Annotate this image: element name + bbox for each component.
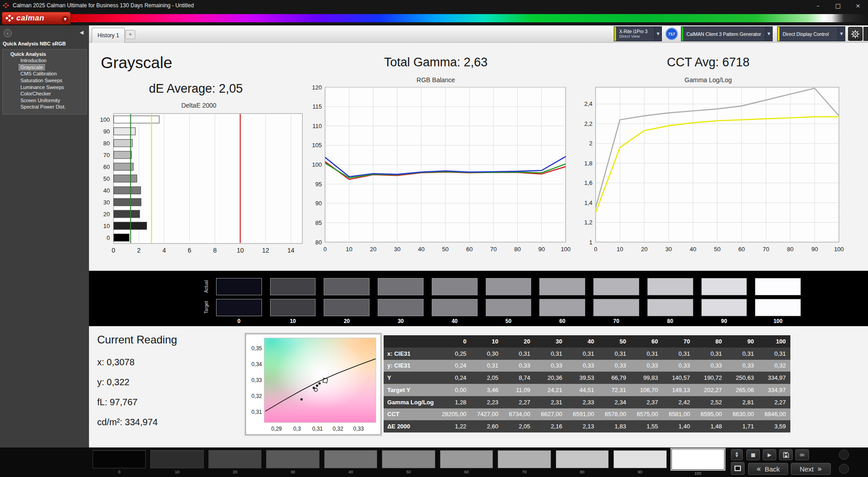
gray-patch-button-10[interactable] <box>150 450 203 468</box>
target-swatch <box>701 299 747 316</box>
patch-label: 90 <box>613 470 666 474</box>
add-tab-button[interactable]: + <box>125 30 135 39</box>
close-icon[interactable]: × <box>848 0 868 11</box>
table-value-cell: 6630,00 <box>726 408 758 421</box>
table-value-cell: 2,34 <box>599 396 631 408</box>
maximize-icon[interactable]: □ <box>828 0 848 11</box>
table-value-cell: 0,31 <box>503 348 535 360</box>
svg-text:60: 60 <box>738 246 745 253</box>
logo-menu-caret-icon[interactable]: ▼ <box>62 16 69 23</box>
save-icon <box>783 452 789 458</box>
brand-bar: calman ▼ <box>0 11 868 25</box>
meter-dropdown[interactable]: X-Rite i1Pro 3 Direct View ▼ <box>614 26 662 41</box>
reading-cdm2: cd/m²: 334,974 <box>97 417 177 427</box>
target-swatch <box>270 299 316 316</box>
sidebar-item-cms-calibration[interactable]: CMS Calibration <box>3 70 86 77</box>
gray-patch-button-50[interactable] <box>382 450 435 468</box>
gray-patch-button-100[interactable] <box>671 449 725 470</box>
sidebar-item-grayscale[interactable]: Grayscale <box>3 64 86 71</box>
gray-patch-button-30[interactable] <box>266 450 319 468</box>
patch-label: 40 <box>324 470 377 474</box>
table-value-cell: 0,32 <box>759 360 790 372</box>
deltae-chart-title: DeltaE 2000 <box>90 102 308 109</box>
minimize-icon[interactable]: – <box>808 0 828 11</box>
save-button[interactable] <box>779 449 793 460</box>
svg-text:80: 80 <box>316 239 322 246</box>
back-button[interactable]: « Back <box>748 463 788 475</box>
reading-x: x: 0,3078 <box>97 357 177 368</box>
gray-patch-button-80[interactable] <box>556 450 609 468</box>
current-reading-title: Current Reading <box>97 333 177 346</box>
settings-button[interactable] <box>848 27 863 41</box>
svg-text:30: 30 <box>394 246 400 253</box>
rgb-balance-chart-title: RGB Balance <box>300 76 572 84</box>
svg-text:90: 90 <box>538 246 545 253</box>
table-value-cell: 2,52 <box>695 396 726 408</box>
table-value-cell: 44,51 <box>567 384 598 396</box>
sidebar: ‹ ◀ Quick Analysis NBC sRGB Quick Analys… <box>0 25 89 447</box>
sidebar-item-screen-uniformity[interactable]: Screen Uniformity <box>3 97 86 104</box>
gray-patch-button-90[interactable] <box>613 450 666 468</box>
table-value-cell: 149,13 <box>663 384 695 396</box>
collapse-arrow-icon[interactable]: ◀ <box>80 30 84 35</box>
spinner-button[interactable]: ▲ ▼ <box>731 449 743 460</box>
calman-logo-button[interactable]: calman ▼ <box>2 12 71 25</box>
svg-text:0,29: 0,29 <box>271 426 282 432</box>
measurement-table: 0102030405060708090100x: CIE310,250,300,… <box>384 335 790 432</box>
sidebar-item-introduction[interactable]: Introduction <box>3 57 86 64</box>
gray-patch-button-70[interactable] <box>498 450 551 468</box>
gray-patch-button-20[interactable] <box>208 450 261 468</box>
svg-text:0: 0 <box>594 246 597 253</box>
pattern-window-button[interactable] <box>731 462 745 475</box>
target-swatch <box>647 299 693 316</box>
stop-button[interactable]: ■ <box>746 449 760 460</box>
table-value-cell: 0,30 <box>471 348 503 360</box>
svg-text:30: 30 <box>666 246 672 253</box>
svg-text:40: 40 <box>690 246 696 253</box>
sidebar-root-quick-analysis[interactable]: Quick Analysis <box>3 51 86 57</box>
rgb-balance-line-chart: 0102030405060708090100808590951001051101… <box>300 84 572 258</box>
meter-count-badge: 717 <box>666 28 678 40</box>
toolbar-edge-button[interactable] <box>863 27 868 41</box>
workflow-title: Quick Analysis NBC sRGB <box>3 41 66 46</box>
swatch-level-label: 90 <box>701 318 747 324</box>
next-label: Next <box>799 465 814 473</box>
next-chevron-icon: » <box>817 464 822 473</box>
swatch-level-label: 60 <box>539 318 585 324</box>
table-value-cell: 2,31 <box>535 396 567 408</box>
tab-history-1[interactable]: History 1 <box>92 28 125 43</box>
sidebar-item-spectral-power-dist-[interactable]: Spectral Power Dist. <box>3 104 86 110</box>
sidebar-item-colorchecker[interactable]: ColorChecker <box>3 90 86 97</box>
svg-text:100: 100 <box>834 246 844 253</box>
svg-text:80: 80 <box>104 140 110 147</box>
svg-text:40: 40 <box>418 246 424 253</box>
current-reading-panel: Current Reading x: 0,3078 y: 0,322 fL: 9… <box>97 333 177 437</box>
gray-patch-button-0[interactable] <box>93 450 146 468</box>
table-value-cell: 190,72 <box>695 372 726 384</box>
sidebar-item-saturation-sweeps[interactable]: Saturation Sweeps <box>3 77 86 84</box>
gray-patch-button-40[interactable] <box>324 450 377 468</box>
pattern-generator-dropdown[interactable]: CalMAN Client 3 Pattern Generator ▼ <box>681 26 773 41</box>
table-value-cell: 2,60 <box>471 420 503 432</box>
bottom-pattern-bar: 0102030405060708090100 ▲ ▼ ■ ▶ ∞ « Back … <box>0 447 868 477</box>
workflow-tree: Quick AnalysisIntroductionGrayscaleCMS C… <box>2 49 87 114</box>
gray-patch-button-60[interactable] <box>440 450 493 468</box>
loop-button[interactable]: ∞ <box>795 449 809 460</box>
sidebar-item-luminance-sweeps[interactable]: Luminance Sweeps <box>3 84 86 90</box>
pattern-patch-column: 70 <box>498 450 551 476</box>
table-value-cell: 250,63 <box>726 372 758 384</box>
actual-swatch <box>216 278 262 295</box>
back-chevron-icon: « <box>756 464 761 473</box>
table-value-cell: 11,09 <box>503 384 535 396</box>
status-circle-button-bottom[interactable] <box>839 464 849 474</box>
play-button[interactable]: ▶ <box>763 449 776 460</box>
nav-circle-button[interactable]: ‹ <box>4 29 12 37</box>
table-row-label: y: CIE31 <box>384 360 439 372</box>
display-control-dropdown[interactable]: Direct Display Control ▼ <box>777 26 845 41</box>
table-value-cell: 0,31 <box>663 348 695 360</box>
svg-text:90: 90 <box>811 246 818 253</box>
svg-text:95: 95 <box>316 181 322 188</box>
swatch-level-labels: 0102030405060708090100 <box>216 318 801 324</box>
next-button[interactable]: Next » <box>791 463 831 475</box>
status-circle-button-top[interactable] <box>839 450 849 460</box>
